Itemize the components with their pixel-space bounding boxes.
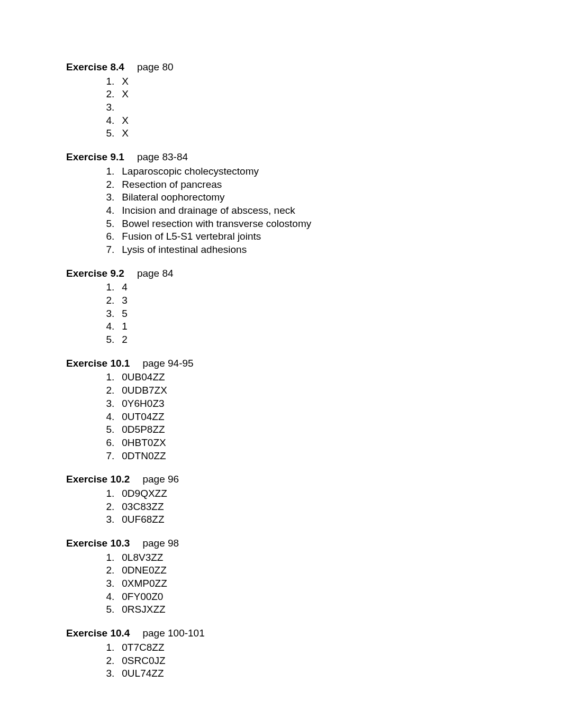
exercise-header: Exercise 10.1page 94-95 — [66, 357, 496, 370]
item-dot: . — [112, 308, 114, 319]
item-number: 3 — [100, 397, 112, 411]
item-dot: . — [112, 334, 114, 345]
item-number: 2 — [100, 88, 112, 101]
item-number: 4 — [100, 204, 112, 217]
item-value: 0RSJXZZ — [122, 604, 165, 615]
item-value: 0UL74ZZ — [122, 668, 164, 679]
item-number: 2 — [100, 654, 112, 668]
item-dot: . — [112, 642, 114, 653]
item-dot: . — [112, 192, 114, 203]
list-item: 1.X — [100, 75, 496, 88]
list-item: 3. — [100, 101, 496, 114]
item-value: 0UT04ZZ — [122, 411, 164, 422]
item-dot: . — [112, 128, 114, 139]
item-number: 6 — [100, 230, 112, 243]
item-value: 0L8V3ZZ — [122, 552, 163, 563]
list-item: 2.0DNE0ZZ — [100, 564, 496, 577]
exercise-page-ref: page 98 — [142, 538, 179, 549]
item-number: 5 — [100, 127, 112, 140]
item-dot: . — [112, 411, 114, 422]
item-dot: . — [112, 295, 114, 306]
item-number: 7 — [100, 450, 112, 463]
item-dot: . — [112, 501, 114, 512]
list-item: 1.0D9QXZZ — [100, 487, 496, 501]
item-number: 5 — [100, 603, 112, 616]
list-item: 1.0T7C8ZZ — [100, 641, 496, 654]
item-dot: . — [112, 655, 114, 666]
exercise-page-ref: page 83-84 — [137, 151, 188, 162]
item-dot: . — [112, 604, 114, 615]
item-number: 6 — [100, 436, 112, 450]
item-value: 0Y6H0Z3 — [122, 398, 164, 409]
item-value: X — [122, 76, 129, 87]
item-value: Bowel resection with transverse colostom… — [122, 218, 311, 229]
item-dot: . — [112, 371, 114, 383]
exercise-page-ref: page 100-101 — [142, 627, 204, 639]
list-item: 2.X — [100, 88, 496, 101]
item-number: 5 — [100, 333, 112, 347]
exercise-title: Exercise 8.4 — [66, 61, 124, 72]
exercise-title: Exercise 9.1 — [66, 151, 124, 162]
item-dot: . — [112, 76, 114, 87]
list-item: 4.X — [100, 114, 496, 128]
exercise-header: Exercise 8.4page 80 — [66, 61, 496, 74]
item-number: 3 — [100, 191, 112, 204]
exercise-header: Exercise 9.2page 84 — [66, 267, 496, 280]
list-item: 4.1 — [100, 320, 496, 333]
exercise-items-list: 1.0T7C8ZZ2.0SRC0JZ3.0UL74ZZ — [66, 641, 496, 680]
exercise-header: Exercise 10.3page 98 — [66, 537, 496, 550]
item-dot: . — [112, 205, 114, 216]
item-dot: . — [112, 115, 114, 126]
item-value: 0SRC0JZ — [122, 655, 165, 666]
list-item: 7.0DTN0ZZ — [100, 450, 496, 463]
item-value: 3 — [122, 295, 128, 306]
list-item: 4.0FY00Z0 — [100, 590, 496, 604]
item-value: Resection of pancreas — [122, 179, 222, 190]
exercise-page-ref: page 96 — [142, 474, 179, 485]
item-number: 4 — [100, 411, 112, 424]
exercise-block: Exercise 10.3page 981.0L8V3ZZ2.0DNE0ZZ3.… — [66, 537, 496, 616]
list-item: 2.0SRC0JZ — [100, 654, 496, 668]
item-number: 4 — [100, 320, 112, 333]
item-value: 0FY00Z0 — [122, 591, 163, 602]
item-dot: . — [112, 591, 114, 602]
list-item: 5.X — [100, 127, 496, 140]
item-dot: . — [112, 488, 114, 499]
item-value: X — [122, 128, 129, 139]
item-number: 2 — [100, 384, 112, 397]
list-item: 3.5 — [100, 307, 496, 321]
item-value: 5 — [122, 308, 128, 319]
item-value: X — [122, 88, 129, 99]
list-item: 3.0UF68ZZ — [100, 513, 496, 526]
exercise-title: Exercise 10.4 — [66, 627, 130, 639]
list-item: 7.Lysis of intestinal adhesions — [100, 243, 496, 257]
item-dot: . — [112, 450, 114, 461]
item-value: 0XMP0ZZ — [122, 578, 167, 589]
exercise-block: Exercise 8.4page 801.X2.X3.4.X5.X — [66, 61, 496, 140]
list-item: 2.0UDB7ZX — [100, 384, 496, 397]
list-item: 3.0XMP0ZZ — [100, 577, 496, 590]
item-number: 1 — [100, 75, 112, 88]
item-number: 7 — [100, 243, 112, 257]
item-number: 2 — [100, 501, 112, 514]
exercises-container: Exercise 8.4page 801.X2.X3.4.X5.XExercis… — [66, 61, 496, 680]
item-dot: . — [112, 321, 114, 332]
list-item: 6.0HBT0ZX — [100, 436, 496, 450]
exercise-block: Exercise 10.2page 961.0D9QXZZ2.03C83ZZ3.… — [66, 473, 496, 526]
exercise-page-ref: page 94-95 — [142, 358, 193, 369]
item-dot: . — [112, 398, 114, 409]
item-number: 2 — [100, 564, 112, 577]
item-value: X — [122, 115, 129, 126]
item-dot: . — [112, 102, 114, 113]
item-number: 3 — [100, 513, 112, 526]
item-value: 0D9QXZZ — [122, 488, 167, 499]
item-dot: . — [112, 281, 114, 293]
item-dot: . — [112, 424, 114, 435]
list-item: 3.Bilateral oophorectomy — [100, 191, 496, 204]
item-number: 5 — [100, 423, 112, 436]
item-value: 0DTN0ZZ — [122, 450, 166, 461]
item-number: 5 — [100, 217, 112, 231]
list-item: 4.Incision and drainage of abscess, neck — [100, 204, 496, 217]
exercise-items-list: 1.X2.X3.4.X5.X — [66, 75, 496, 140]
item-number: 2 — [100, 178, 112, 192]
